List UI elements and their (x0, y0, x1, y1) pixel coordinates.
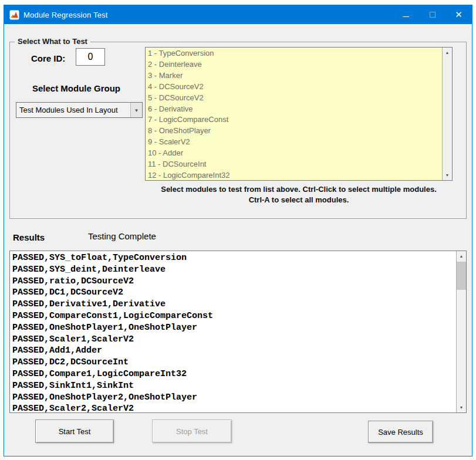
start-test-button[interactable]: Start Test (35, 420, 114, 443)
module-group-dropdown[interactable]: Test Modules Used In Layout ▾ (16, 102, 143, 118)
module-list-item[interactable]: 1 - TypeConversion (148, 48, 442, 59)
results-listbox[interactable]: PASSED,SYS_toFloat,TypeConversionPASSED,… (9, 251, 467, 413)
stop-test-button[interactable]: Stop Test (152, 420, 232, 443)
result-list-item[interactable]: PASSED,Scaler2,ScalerV2 (12, 403, 456, 412)
module-list: 1 - TypeConversion2 - Deinterleave3 - Ma… (146, 48, 442, 180)
minimize-button[interactable] (393, 5, 419, 24)
window-controls: ✕ (393, 5, 472, 24)
module-list-item[interactable]: 4 - DCSourceV2 (148, 82, 442, 93)
core-id-label: Core ID: (31, 53, 65, 63)
result-list-item[interactable]: PASSED,SYS_toFloat,TypeConversion (12, 252, 456, 264)
results-status-text: Testing Complete (88, 231, 156, 241)
result-list-item[interactable]: PASSED,DC1,DCSourceV2 (12, 287, 456, 299)
module-list-item[interactable]: 2 - Deinterleave (148, 59, 442, 70)
module-list-item[interactable]: 6 - Derivative (148, 104, 442, 115)
results-label: Results (13, 232, 45, 242)
module-list-item[interactable]: 8 - OneShotPlayer (148, 126, 442, 137)
chevron-down-icon[interactable]: ▾ (130, 103, 142, 117)
module-regression-test-window: Module Regression Test ✕ Select What to … (4, 5, 472, 456)
scrollbar-thumb[interactable] (457, 262, 466, 290)
scroll-down-icon[interactable]: ▼ (457, 402, 466, 412)
maximize-button[interactable] (419, 5, 445, 24)
close-button[interactable]: ✕ (445, 5, 472, 24)
core-id-input[interactable] (76, 48, 105, 66)
result-list-item[interactable]: PASSED,Scaler1,ScalerV2 (12, 334, 456, 346)
close-icon: ✕ (455, 9, 463, 20)
save-results-button[interactable]: Save Results (368, 421, 433, 443)
result-list-item[interactable]: PASSED,DC2,DCSourceInt (12, 357, 456, 368)
scroll-down-icon[interactable]: ▼ (443, 170, 452, 180)
scroll-up-icon[interactable]: ▲ (457, 251, 466, 261)
window-body: Select What to Test Core ID: Select Modu… (4, 24, 472, 456)
result-list-item[interactable]: PASSED,Derivative1,Derivative (12, 299, 456, 310)
module-select-instructions: Select modules to test from list above. … (139, 184, 458, 205)
result-list-item[interactable]: PASSED,SYS_deint,Deinterleave (12, 264, 456, 276)
module-list-item[interactable]: 12 - LogicCompareInt32 (148, 170, 442, 180)
results-scrollbar[interactable]: ▲ ▼ (456, 251, 466, 412)
module-list-item[interactable]: 5 - DCSourceV2 (148, 93, 442, 104)
result-list-item[interactable]: PASSED,ratio,DCSourceV2 (12, 276, 456, 288)
module-listbox[interactable]: 1 - TypeConversion2 - Deinterleave3 - Ma… (145, 47, 453, 181)
minimize-icon (403, 16, 409, 17)
module-list-item[interactable]: 11 - DCSourceInt (148, 159, 442, 170)
module-list-item[interactable]: 10 - Adder (148, 148, 442, 159)
module-list-item[interactable]: 3 - Marker (148, 70, 442, 82)
module-group-selected-value: Test Modules Used In Layout (16, 106, 130, 114)
result-list-item[interactable]: PASSED,OneShotPlayer1,OneShotPlayer (12, 322, 456, 334)
result-list-item[interactable]: PASSED,Add1,Adder (12, 345, 456, 357)
maximize-icon (430, 12, 436, 18)
matlab-icon (9, 10, 19, 20)
result-list-item[interactable]: PASSED,SinkInt1,SinkInt (12, 380, 456, 392)
module-list-item[interactable]: 7 - LogicCompareConst (148, 114, 442, 126)
result-list-item[interactable]: PASSED,CompareConst1,LogicCompareConst (12, 310, 456, 322)
module-group-label: Select Module Group (32, 83, 120, 93)
results-list: PASSED,SYS_toFloat,TypeConversionPASSED,… (10, 251, 456, 412)
instructions-line2: Ctrl-A to select all modules. (139, 195, 458, 205)
instructions-line1: Select modules to test from list above. … (139, 184, 458, 195)
panel-legend: Select What to Test (15, 37, 90, 46)
select-what-to-test-panel: Select What to Test Core ID: Select Modu… (9, 42, 467, 219)
result-list-item[interactable]: PASSED,Compare1,LogicCompareInt32 (12, 368, 456, 380)
scroll-up-icon[interactable]: ▲ (443, 48, 452, 58)
titlebar[interactable]: Module Regression Test ✕ (4, 5, 472, 24)
result-list-item[interactable]: PASSED,OneShotPlayer2,OneShotPlayer (12, 392, 456, 404)
module-list-item[interactable]: 9 - ScalerV2 (148, 137, 442, 148)
window-title: Module Regression Test (23, 11, 108, 19)
module-list-scrollbar[interactable]: ▲ ▼ (442, 48, 452, 180)
